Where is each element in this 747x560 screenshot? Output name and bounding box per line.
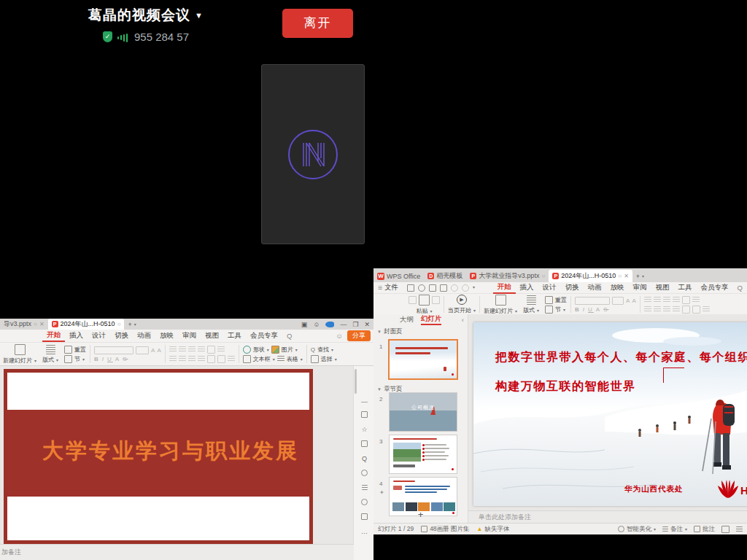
more-icon[interactable]: ··· [360,529,368,537]
paste-button[interactable]: 粘贴 [416,307,427,315]
normal-view-icon[interactable] [721,526,729,533]
textbox-button[interactable]: 文本框 [253,355,271,363]
menu-insert[interactable]: 插入 [516,282,538,293]
collapse-panel-icon[interactable]: ‹ [462,316,464,324]
participant-video-tile[interactable] [261,64,365,244]
undo-icon[interactable] [451,284,458,292]
collapse-panel-icon[interactable]: — [360,398,368,406]
slide-headline-2[interactable]: 构建万物互联的智能世界 [495,379,636,394]
share-button[interactable]: 分享 [347,330,371,341]
wps-assistant-icon[interactable] [325,322,334,327]
pin-icon[interactable]: ○ [34,321,37,327]
reset-button[interactable]: 重置 [555,296,567,304]
shape-button[interactable]: 形状 [253,346,265,354]
menu-slideshow[interactable]: 放映 [155,330,178,341]
layout-icon[interactable] [46,345,55,354]
search-icon[interactable]: Q [282,331,296,341]
notes-toggle-button[interactable]: 备注▾ [662,525,687,534]
section-button[interactable]: 节 [555,306,561,314]
slideshow-view-icon[interactable] [736,526,743,532]
restore-icon[interactable]: ❐ [352,321,358,328]
cut-panel-icon[interactable] [360,470,368,478]
select-button[interactable]: 选择 [321,355,333,363]
right-notes-bar[interactable]: 单击此处添加备注 [468,510,747,523]
close-tab-icon[interactable]: ✕ [39,321,44,327]
new-slide-icon[interactable] [15,344,26,355]
new-tab-button[interactable]: +▾ [632,270,648,282]
new-slide-button[interactable]: 新建幻灯片 [484,307,513,315]
table-button[interactable]: 表格 [287,355,298,363]
play-from-current-icon[interactable]: ▶ [457,295,467,305]
left-tab-active[interactable]: P 2024年山...H-0510 ○ [48,319,125,330]
new-slide-icon[interactable] [495,295,506,306]
split-view-icon[interactable]: ▣ [301,321,308,328]
current-slide[interactable]: 把数字世界带入每个人、每个家庭、每个组织 构建万物互联的智能世界 华为山西代表处… [473,322,747,506]
missing-font-warning[interactable]: 缺失字体 [484,525,509,534]
panel-tab-outline[interactable]: 大纲 [400,315,414,324]
tab-docer[interactable]: D 稻壳模板 [424,270,466,282]
left-current-slide[interactable]: 大学专业学习与职业发展 [4,369,313,544]
save-icon[interactable] [407,284,414,292]
menu-member[interactable]: 会员专享 [246,330,282,341]
menu-view[interactable]: 视图 [651,282,674,293]
menu-home[interactable]: 开始 [42,330,65,342]
section-cover[interactable]: ▼封面页 [374,325,468,338]
menu-tools[interactable]: 工具 [223,330,246,341]
menu-transition[interactable]: 切换 [561,282,584,293]
menu-transition[interactable]: 切换 [110,330,133,341]
menu-home[interactable]: 开始 [493,281,516,294]
slide-footer-text[interactable]: 华为山西代表处 [624,484,684,494]
close-window-icon[interactable]: ✕ [364,321,370,328]
more-quick-icon[interactable]: ▾ [473,284,475,292]
pin-icon[interactable]: ○ [541,273,545,279]
add-slide-button[interactable]: + [374,509,468,520]
section-button[interactable]: 节 [74,355,80,363]
leave-button[interactable]: 离开 [282,9,353,38]
minimize-icon[interactable]: — [340,321,347,328]
menu-animation[interactable]: 动画 [584,282,606,293]
menu-tools[interactable]: 工具 [674,282,697,293]
slide-thumbnail-3[interactable] [390,435,457,473]
comments-button[interactable]: 批注 [694,525,715,534]
layout-button[interactable]: 版式 [42,356,54,364]
find-button[interactable]: 查找 [317,346,329,354]
menu-member[interactable]: 会员专享 [697,282,733,293]
reset-button[interactable]: 重置 [74,346,86,354]
tab-doc1[interactable]: P 大学就业指导v3.pptx ○ [466,270,549,282]
layout-icon[interactable] [527,295,536,305]
reset-icon[interactable] [64,346,72,354]
meeting-title[interactable]: 葛晶的视频会议▼ [51,6,241,25]
left-slide-canvas[interactable]: 大学专业学习与职业发展 [0,366,354,545]
section-icon[interactable] [64,355,72,363]
preview-icon[interactable] [440,284,447,292]
slide-thumbnail-2[interactable]: 公司概况 [390,393,457,431]
vertical-scrollbar[interactable] [355,369,357,394]
props-icon[interactable] [360,411,368,419]
file-menu[interactable]: ☰ 文件 [374,282,403,293]
picture-button[interactable]: 图片 [282,346,293,354]
menu-animation[interactable]: 动画 [133,330,155,341]
panel-tab-slides[interactable]: 幻灯片 [421,314,442,325]
search-icon[interactable]: Q [733,283,747,292]
menu-review[interactable]: 审阅 [178,330,201,341]
pin-icon[interactable]: ○ [117,321,121,327]
print-icon[interactable] [429,284,436,292]
search-panel-icon[interactable]: Q [360,455,368,463]
menu-design[interactable]: 设计 [538,282,561,293]
section-icon[interactable] [545,306,553,314]
clipboard-panel-icon[interactable] [360,440,368,448]
settings-icon[interactable]: ☺ [313,321,320,328]
menu-design[interactable]: 设计 [88,330,110,341]
slide-thumbnail-1[interactable] [390,341,457,378]
menu-review[interactable]: 审阅 [629,282,651,293]
menu-slideshow[interactable]: 放映 [606,282,629,293]
left-tab-partial[interactable]: 导v3.pptx ○ ✕ [0,319,48,330]
smart-beautify-button[interactable]: 智能美化▾ [618,525,656,534]
comment-panel-icon[interactable] [360,513,368,521]
paste-icon[interactable] [419,295,430,306]
output-icon[interactable] [418,284,425,292]
slide-title-text[interactable]: 大学专业学习与职业发展 [42,437,299,466]
slide-headline-1[interactable]: 把数字世界带入每个人、每个家庭、每个组织 [495,350,747,365]
new-slide-button[interactable]: 新建幻灯片 [3,357,32,365]
tab-doc2-active[interactable]: P 2024年山...H-0510 ○ ✕ [549,270,632,282]
